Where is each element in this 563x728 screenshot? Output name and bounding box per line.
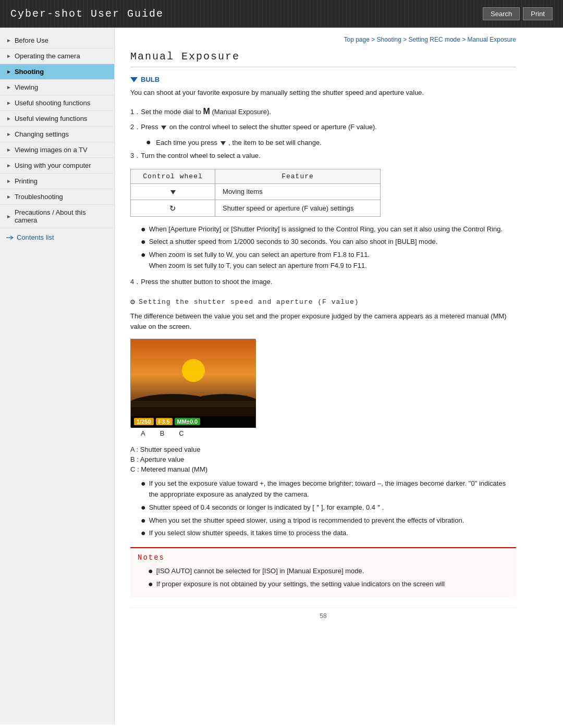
cam-label-c: C — [179, 429, 183, 437]
table-row-2: ↻ Shutter speed or aperture (F value) se… — [131, 200, 381, 216]
sidebar-item-changing-settings[interactable]: ► Changing settings — [0, 127, 114, 142]
control-wheel-table: Control wheel Feature Moving items ↻ Shu… — [130, 169, 381, 217]
bullet-3b-text: When zoom is set fully to T, you can sel… — [149, 262, 367, 269]
bullet-dot-3a: ● — [141, 250, 146, 261]
sidebar-item-useful-viewing[interactable]: ► Useful viewing functions — [0, 111, 114, 127]
table-row-1: Moving items — [131, 183, 381, 200]
label-a: A : Shutter speed value — [130, 446, 200, 453]
bullet-1: ● When [Aperture Priority] or [Shutter P… — [141, 224, 516, 235]
down-arrow-table-icon — [170, 190, 176, 194]
bulb-triangle-icon — [130, 77, 138, 82]
step-2-text: 2．Press — [130, 123, 158, 131]
sidebar-item-label: Using with your computer — [15, 162, 91, 169]
sidebar-item-operating[interactable]: ► Operating the camera — [0, 48, 114, 64]
step-4: 4．Press the shutter button to shoot the … — [130, 277, 516, 288]
print-button[interactable]: Print — [523, 7, 553, 20]
table-row2-feature: Shutter speed or aperture (F value) sett… — [215, 200, 381, 216]
rotate-icon: ↻ — [169, 204, 176, 213]
chevron-right-icon: ► — [6, 131, 11, 137]
layout: ► Before Use ► Operating the camera ► Sh… — [0, 28, 563, 724]
header: Cyber-shot User Guide Search Print — [0, 0, 563, 28]
bullet-2-text: Select a shutter speed from 1/2000 secon… — [149, 237, 438, 248]
chevron-right-icon: ► — [6, 116, 11, 121]
bullet-1-text: When [Aperture Priority] or [Shutter Pri… — [149, 224, 503, 235]
sidebar-item-viewing[interactable]: ► Viewing — [0, 80, 114, 95]
step-2-sub-suffix: , the item to be set will change. — [228, 139, 321, 146]
step-1-M: M — [203, 107, 210, 116]
chevron-right-icon: ► — [6, 147, 11, 153]
bullet-dot-1: ● — [141, 224, 146, 235]
sidebar-item-label: Viewing images on a TV — [15, 146, 88, 154]
camera-image-container: 1/250 F3.5 MM±0.0 A B C — [130, 339, 255, 437]
bulb-heading: BULB — [130, 76, 516, 83]
content-bullets: ● When [Aperture Priority] or [Shutter P… — [130, 224, 516, 272]
sidebar-item-using-computer[interactable]: ► Using with your computer — [0, 158, 114, 174]
sidebar-item-label: Operating the camera — [15, 52, 80, 60]
bullet-2: ● Select a shutter speed from 1/2000 sec… — [141, 237, 516, 248]
intro-text: You can shoot at your favorite exposure … — [130, 88, 516, 98]
breadcrumb[interactable]: Top page > Shooting > Setting REC mode >… — [130, 36, 516, 43]
sidebar-item-label: Before Use — [15, 36, 48, 44]
table-col1: Control wheel — [131, 169, 215, 183]
down-arrow-icon — [161, 126, 166, 130]
search-button[interactable]: Search — [483, 7, 520, 20]
notes-title: Notes — [138, 553, 509, 562]
setting-bullet-dot-4: ● — [141, 528, 146, 539]
cam-label-b: B — [160, 429, 165, 437]
arrow-right-icon — [6, 235, 15, 240]
app-title: Cyber-shot User Guide — [10, 8, 164, 20]
chevron-right-icon: ► — [6, 38, 11, 43]
setting-bullet-2-text: Shutter speed of 0.4 seconds or longer i… — [149, 502, 384, 513]
setting-bullet-1-text: If you set the exposure value toward +, … — [149, 478, 516, 500]
setting-bullet-2: ● Shutter speed of 0.4 seconds or longer… — [141, 502, 516, 513]
header-buttons: Search Print — [483, 7, 553, 20]
camera-image-svg — [131, 339, 256, 428]
step-2-sub: ● Each time you press , the item to be s… — [146, 137, 516, 149]
step-2-suffix: on the control wheel to select the shutt… — [169, 123, 377, 131]
sidebar-item-before-use[interactable]: ► Before Use — [0, 33, 114, 48]
sidebar-item-label: Changing settings — [15, 130, 69, 138]
bullet-dot-2: ● — [141, 237, 146, 248]
contents-list-link[interactable]: Contents list — [0, 228, 114, 243]
bulb-label: BULB — [141, 76, 160, 83]
note-1: ● [ISO AUTO] cannot be selected for [ISO… — [148, 566, 509, 577]
bullet-3a: ● When zoom is set fully to W, you can s… — [141, 250, 516, 272]
sidebar-item-printing[interactable]: ► Printing — [0, 174, 114, 189]
chevron-right-icon: ► — [6, 178, 11, 184]
camera-image: 1/250 F3.5 MM±0.0 — [130, 339, 255, 427]
sidebar-item-shooting[interactable]: ► Shooting — [0, 64, 114, 80]
step-1-suffix: (Manual Exposure). — [212, 108, 271, 116]
chevron-right-icon: ► — [6, 84, 11, 90]
note-2: ● If proper exposure is not obtained by … — [148, 579, 509, 590]
step-2-sub-text: Each time you press — [156, 139, 217, 146]
cam-label-a: A — [141, 429, 145, 437]
mm-badge: MM±0.0 — [175, 418, 201, 425]
sidebar-item-label: Useful viewing functions — [15, 115, 87, 122]
setting-bullet-1: ● If you set the exposure value toward +… — [141, 478, 516, 500]
step-3: 3．Turn the control wheel to select a val… — [130, 151, 516, 162]
sidebar-item-troubleshooting[interactable]: ► Troubleshooting — [0, 189, 114, 205]
camera-overlay: 1/250 F3.5 MM±0.0 — [131, 416, 255, 427]
setting-bullet-3-text: When you set the shutter speed slower, u… — [149, 515, 464, 526]
setting-desc: The difference between the value you set… — [130, 311, 516, 333]
setting-bullets: ● If you set the exposure value toward +… — [130, 478, 516, 539]
setting-bullet-dot-1: ● — [141, 478, 146, 489]
label-c-row: C : Metered manual (MM) — [130, 465, 516, 473]
main-content: Top page > Shooting > Setting REC mode >… — [115, 28, 532, 724]
bullet-3a-main: When zoom is set fully to W, you can sel… — [149, 251, 370, 258]
sidebar-item-precautions[interactable]: ► Precautions / About this camera — [0, 205, 114, 228]
setting-bullet-dot-3: ● — [141, 515, 146, 526]
chevron-right-icon: ► — [6, 100, 11, 106]
chevron-right-icon: ► — [6, 194, 11, 200]
setting-heading: ⚙ Setting the shutter speed and aperture… — [130, 297, 516, 307]
table-col2: Feature — [215, 169, 381, 183]
sidebar-item-label: Precautions / About this camera — [15, 208, 108, 224]
camera-labels: A B C — [130, 429, 255, 437]
sidebar: ► Before Use ► Operating the camera ► Sh… — [0, 28, 115, 724]
label-c: C : Metered manual (MM) — [130, 465, 207, 473]
sidebar-item-viewing-tv[interactable]: ► Viewing images on a TV — [0, 142, 114, 158]
step-1-text: 1．Set the mode dial to — [130, 108, 201, 116]
setting-heading-text: Setting the shutter speed and aperture (… — [139, 298, 359, 306]
note-bullet-2: ● — [148, 579, 153, 590]
sidebar-item-useful-shooting[interactable]: ► Useful shooting functions — [0, 95, 114, 111]
